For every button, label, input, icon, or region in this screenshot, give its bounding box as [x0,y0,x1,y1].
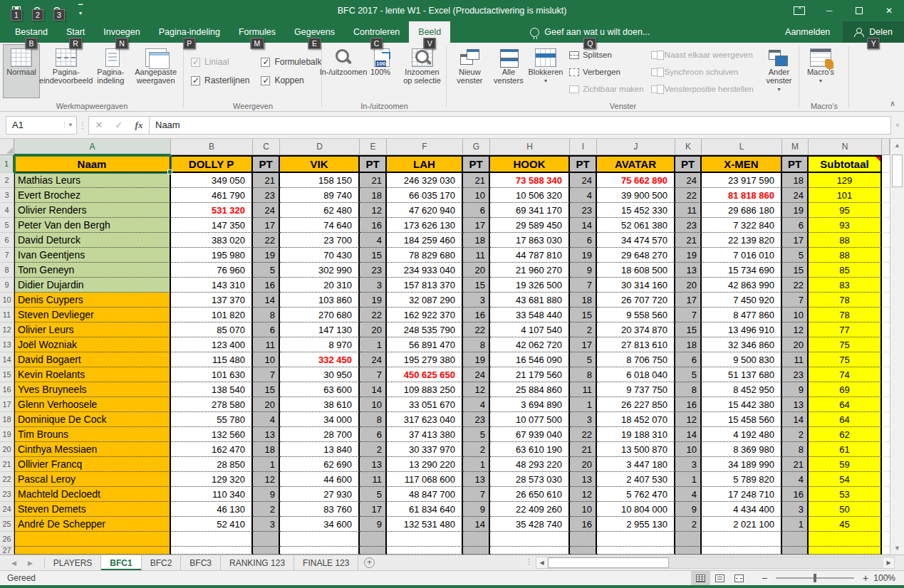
grid-cell[interactable]: 44 787 810 [490,248,570,263]
cell-name-6[interactable]: David Deturck [14,233,171,248]
grid-cell[interactable]: 21 [570,442,597,457]
row-number-1[interactable]: 1 [0,155,14,173]
grid-cell[interactable]: 24 [463,367,490,382]
grid-cell[interactable]: 25 884 860 [490,382,570,397]
grid-cell[interactable]: 24 [253,203,280,218]
grid-cell[interactable]: 20 [570,457,597,472]
grid-cell[interactable]: 8 706 750 [597,352,675,367]
grid-cell[interactable]: 63 610 190 [490,442,570,457]
grid-cell[interactable] [597,532,675,547]
sign-in-button[interactable]: Aanmelden [772,21,843,43]
cell-name-16[interactable]: Yves Bruyneels [14,382,171,397]
grid-cell[interactable] [882,547,890,555]
grid-cell[interactable]: 7 [360,367,387,382]
grid-cell[interactable] [882,248,890,263]
grid-cell[interactable]: 13 290 220 [387,457,463,472]
cell-subtotal-5[interactable]: 93 [809,218,882,233]
grid-cell[interactable]: 13 840 [280,442,360,457]
checkbox-formulebalk[interactable]: Formulebalk [261,53,321,71]
column-header-H[interactable]: H [490,139,570,155]
grid-cell[interactable]: 15 442 380 [702,397,782,412]
grid-cell[interactable]: 66 035 170 [387,188,463,203]
grid-cell[interactable]: 12 [253,472,280,487]
new-window-button[interactable]: Nieuw venster [450,44,490,98]
grid-cell[interactable]: 2 [675,517,702,532]
grid-cell[interactable]: 28 850 [171,457,253,472]
header-cell-pt[interactable]: PT [253,155,280,173]
grid-cell[interactable]: 22 409 260 [490,502,570,517]
grid-cell[interactable]: 14 [360,382,387,397]
grid-cell[interactable]: 89 740 [280,188,360,203]
grid-cell[interactable]: 2 [782,427,809,442]
grid-cell[interactable]: 9 [675,502,702,517]
grid-cell[interactable]: 23 [360,263,387,278]
column-header-E[interactable]: E [360,139,387,155]
grid-cell[interactable]: 110 340 [171,487,253,502]
sheet-prev-icon[interactable]: ◀ [11,560,16,567]
grid-cell[interactable]: 383 020 [171,233,253,248]
cell-name-24[interactable]: Steven Demets [14,502,171,517]
grid-cell[interactable]: 162 922 370 [387,308,463,322]
grid-cell[interactable]: 30 950 [280,367,360,382]
row-number-18[interactable]: 18 [0,412,14,427]
grid-cell[interactable]: 14 [782,412,809,427]
cell-subtotal-12[interactable]: 77 [809,322,882,337]
grid-cell[interactable] [463,547,490,555]
grid-cell[interactable]: 246 329 030 [387,173,463,188]
cell-subtotal-15[interactable]: 74 [809,367,882,382]
cell-name-10[interactable]: Denis Cuypers [14,293,171,308]
horizontal-scroll-thumb[interactable] [548,557,669,568]
grid-cell[interactable]: 4 [360,233,387,248]
grid-cell[interactable]: 32 087 290 [387,293,463,308]
grid-cell[interactable]: 19 [463,352,490,367]
grid-cell[interactable]: 11 [782,352,809,367]
grid-cell[interactable]: 13 [570,472,597,487]
minimize-button[interactable]: ─ [814,0,844,21]
cell-name-12[interactable]: Olivier Leurs [14,322,171,337]
grid-cell[interactable]: 74 640 [280,218,360,233]
zoom-in-button[interactable]: + [860,572,871,584]
grid-cell[interactable]: 16 [253,278,280,293]
arrange-all-button[interactable]: Alle vensters [490,44,527,98]
grid-cell[interactable]: 62 690 [280,457,360,472]
grid-cell[interactable] [360,532,387,547]
grid-cell[interactable]: 30 314 160 [597,278,675,293]
horizontal-scrollbar[interactable]: ◀ ▶ [536,557,895,569]
grid-cell[interactable]: 29 648 270 [597,248,675,263]
grid-cell[interactable]: 11 [463,248,490,263]
grid-cell[interactable]: 51 137 680 [702,367,782,382]
cell-subtotal-19[interactable]: 62 [809,427,882,442]
grid-cell[interactable]: 19 [782,203,809,218]
sheet-tab-bfc3[interactable]: BFC3 [181,555,221,570]
row-number-12[interactable]: 12 [0,322,14,337]
grid-cell[interactable]: 5 [360,487,387,502]
grid-cell[interactable]: 6 [253,322,280,337]
grid-cell[interactable] [360,547,387,555]
grid-cell[interactable]: 21 [782,457,809,472]
checkbox-koppen[interactable]: Koppen [261,71,321,90]
grid-cell[interactable]: 20 [253,397,280,412]
grid-cell[interactable]: 14 [463,517,490,532]
grid-cell[interactable]: 4 192 480 [702,427,782,442]
grid-cell[interactable]: 15 [675,322,702,337]
cell-subtotal-7[interactable]: 88 [809,248,882,263]
grid-cell[interactable]: 26 650 610 [490,487,570,502]
header-cell-pt[interactable]: PT [570,155,597,173]
column-header-D[interactable]: D [280,139,360,155]
sheet-tab-ranking-123[interactable]: RANKING 123 [221,555,294,570]
grid-cell[interactable] [882,412,890,427]
grid-cell[interactable]: 75 662 890 [597,173,675,188]
grid-cell[interactable]: 7 [463,487,490,502]
grid-cell[interactable]: 14 [570,218,597,233]
row-number-13[interactable]: 13 [0,337,14,352]
ribbon-tab-invoegen[interactable]: InvoegenN [94,21,149,43]
grid-cell[interactable]: 18 [675,337,702,352]
grid-cell[interactable]: 23 [570,203,597,218]
grid-cell[interactable] [882,293,890,308]
page-break-view-button[interactable] [729,571,749,585]
grid-cell[interactable]: 234 933 040 [387,263,463,278]
grid-cell[interactable]: 9 [253,487,280,502]
grid-cell[interactable]: 184 259 460 [387,233,463,248]
cancel-icon[interactable]: ✕ [89,117,109,134]
grid-cell[interactable]: 22 [675,188,702,203]
